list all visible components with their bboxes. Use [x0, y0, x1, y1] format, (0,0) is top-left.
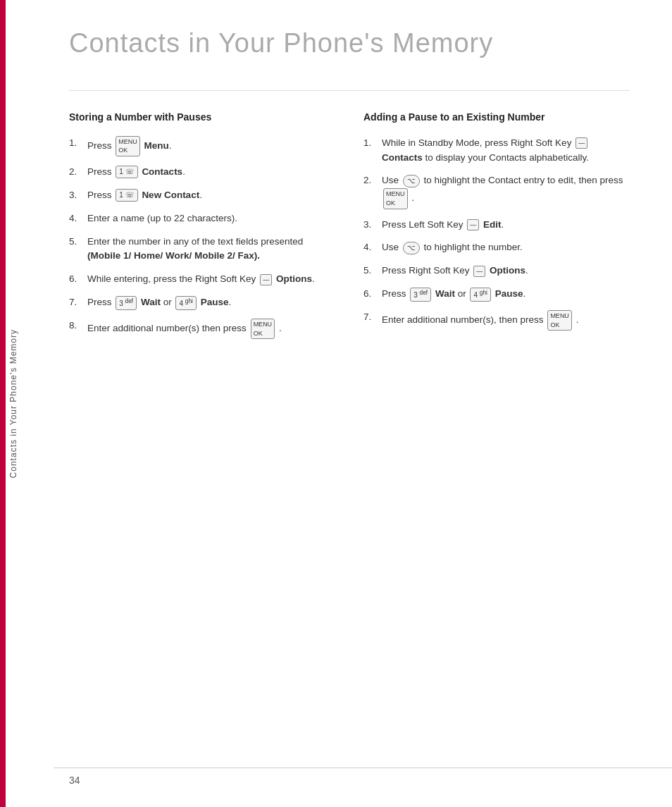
page-title: Contacts in Your Phone's Memory — [69, 28, 630, 66]
menu-key3-icon: MENUOK — [383, 188, 408, 209]
step-number: 1. — [363, 136, 379, 151]
step-content: Press Left Soft Key — Edit. — [382, 218, 630, 233]
step-number: 2. — [363, 173, 379, 188]
key-1-icon: 1 ☏ — [116, 166, 137, 178]
step-number: 6. — [363, 287, 379, 302]
step-content: Enter the number in any of the text fiel… — [87, 235, 335, 264]
list-item: 7. Press 3 def Wait or 4 ghi Pause. — [69, 295, 335, 310]
step-number: 7. — [363, 310, 379, 325]
step-number: 2. — [69, 165, 85, 180]
key-4b-icon: 4 ghi — [470, 288, 490, 302]
step-content: Press 3 def Wait or 4 ghi Pause. — [87, 295, 335, 310]
left-section-title: Storing a Number with Pauses — [69, 111, 335, 125]
soft-key-icon: — — [260, 274, 272, 286]
step-number: 5. — [363, 264, 379, 278]
list-item: 5. Enter the number in any of the text f… — [69, 235, 335, 264]
step-content: Enter additional number(s), then press M… — [382, 310, 630, 331]
side-tab: Contacts in Your Phone's Memory — [0, 0, 27, 807]
key-3-icon: 3 def — [116, 296, 137, 310]
left-soft-key-icon: — — [467, 219, 479, 231]
step-content: Press 1 ☏ New Contact. — [87, 188, 335, 203]
side-tab-bar — [0, 0, 6, 807]
list-item: 6. Press 3 def Wait or 4 ghi Pause. — [363, 287, 630, 302]
key-1b-icon: 1 ☏ — [116, 189, 137, 202]
title-divider — [69, 90, 630, 91]
list-item: 5. Press Right Soft Key — Options. — [363, 264, 630, 278]
right-column: Adding a Pause to an Existing Number 1. … — [363, 111, 630, 339]
step-number: 3. — [69, 188, 85, 203]
step-number: 5. — [69, 235, 85, 250]
list-item: 4. Use ⌥ to highlight the number. — [363, 240, 630, 255]
key-4-icon: 4 ghi — [175, 296, 196, 310]
nav-key2-icon: ⌥ — [403, 242, 420, 254]
side-tab-text: Contacts in Your Phone's Memory — [8, 329, 18, 478]
step-number: 3. — [363, 218, 379, 233]
page-number: 34 — [69, 775, 80, 786]
list-item: 3. Press 1 ☏ New Contact. — [69, 188, 335, 203]
step-number: 4. — [363, 240, 379, 255]
step-number: 8. — [69, 319, 85, 333]
step-content: Press 3 def Wait or 4 ghi Pause. — [382, 287, 630, 302]
list-item: 7. Enter additional number(s), then pres… — [363, 310, 630, 331]
list-item: 4. Enter a name (up to 22 characters). — [69, 211, 335, 226]
menu-key-icon: MENUOK — [116, 136, 140, 156]
nav-key-icon: ⌥ — [403, 175, 420, 187]
main-content: Contacts in Your Phone's Memory Storing … — [27, 0, 672, 807]
list-item: 8. Enter additional number(s) then press… — [69, 319, 335, 339]
right-section-title: Adding a Pause to an Existing Number — [363, 111, 630, 125]
menu-key4-icon: MENUOK — [547, 310, 572, 331]
step-content: Press 1 ☏ Contacts. — [87, 165, 335, 180]
step-content: Use ⌥ to highlight the number. — [382, 240, 630, 255]
step-content: While in Standby Mode, press Right Soft … — [382, 136, 630, 166]
list-item: 1. While in Standby Mode, press Right So… — [363, 136, 630, 166]
step-content: Use ⌥ to highlight the Contact entry to … — [382, 173, 630, 209]
bottom-line — [54, 768, 672, 768]
list-item: 2. Use ⌥ to highlight the Contact entry … — [363, 173, 630, 209]
left-column: Storing a Number with Pauses 1. Press ME… — [69, 111, 335, 347]
soft-key-r2-icon: — — [473, 266, 485, 278]
list-item: 1. Press MENUOK Menu. — [69, 136, 335, 156]
menu-key2-icon: MENUOK — [251, 319, 275, 339]
soft-key-r-icon: — — [575, 137, 587, 149]
two-column-layout: Storing a Number with Pauses 1. Press ME… — [69, 111, 630, 347]
step-content: Press MENUOK Menu. — [87, 136, 335, 156]
list-item: 3. Press Left Soft Key — Edit. — [363, 218, 630, 233]
step-number: 7. — [69, 295, 85, 310]
step-number: 6. — [69, 272, 85, 287]
list-item: 2. Press 1 ☏ Contacts. — [69, 165, 335, 180]
step-number: 4. — [69, 211, 85, 226]
right-step-list: 1. While in Standby Mode, press Right So… — [363, 136, 630, 331]
step-number: 1. — [69, 136, 85, 151]
step-content: Enter additional number(s) then press ME… — [87, 319, 335, 339]
step-content: Enter a name (up to 22 characters). — [87, 211, 335, 226]
left-step-list: 1. Press MENUOK Menu. 2. Press 1 ☏ Conta… — [69, 136, 335, 340]
key-3b-icon: 3 def — [410, 288, 431, 302]
list-item: 6. While entering, press the Right Soft … — [69, 272, 335, 287]
step-content: Press Right Soft Key — Options. — [382, 264, 630, 278]
step-content: While entering, press the Right Soft Key… — [87, 272, 335, 287]
